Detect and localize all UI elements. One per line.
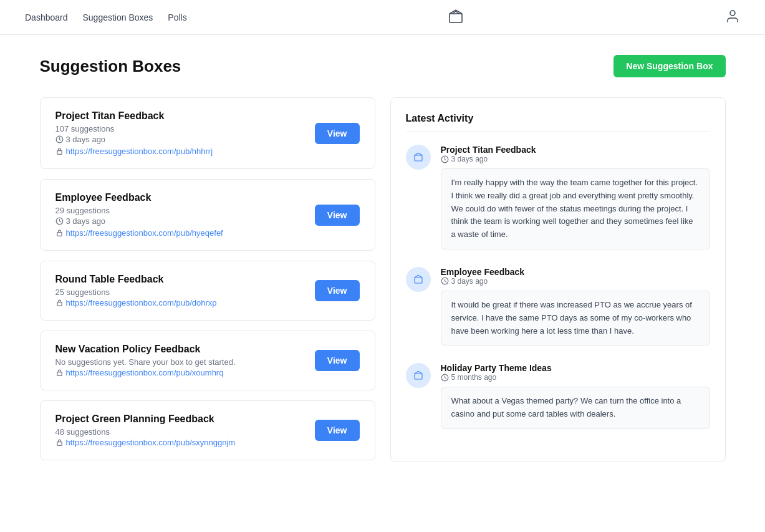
view-button-1[interactable]: View (315, 123, 360, 144)
svg-rect-9 (57, 372, 61, 376)
lock-icon-1 (55, 147, 64, 155)
svg-rect-0 (450, 14, 462, 22)
svg-rect-7 (57, 233, 61, 236)
activity-time-2: 3 days ago (441, 277, 710, 286)
svg-rect-11 (415, 155, 422, 161)
box-suggestions-2: 29 suggestions (55, 206, 223, 215)
navbar: Dashboard Suggestion Boxes Polls (0, 0, 765, 35)
activity-avatar-1 (406, 145, 431, 170)
boxes-list: Project Titan Feedback 107 suggestions 3… (40, 97, 375, 460)
activity-time-1: 3 days ago (441, 155, 710, 163)
activity-comment-2: It would be great if there was increased… (441, 291, 710, 346)
box-card-2: Employee Feedback 29 suggestions 3 days … (40, 179, 375, 251)
box-suggestions-5: 48 suggestions (55, 427, 236, 437)
box-time-2: 3 days ago (55, 216, 223, 226)
clock-icon-act-3 (441, 374, 449, 382)
activity-item-2: Employee Feedback 3 days ago It would be… (406, 267, 710, 346)
activity-item-3: Holiday Party Theme Ideas 5 months ago W… (406, 363, 710, 429)
activity-title: Latest Activity (406, 113, 710, 132)
box-avatar-icon-2 (413, 274, 424, 285)
box-time-label-2: 3 days ago (66, 216, 106, 226)
activity-avatar-3 (406, 363, 431, 388)
svg-rect-13 (415, 278, 422, 283)
box-card-3: Round Table Feedback 25 suggestions http… (40, 261, 375, 321)
svg-rect-8 (57, 302, 61, 306)
nav-suggestion-boxes[interactable]: Suggestion Boxes (83, 12, 153, 22)
activity-box-name-2: Employee Feedback (441, 267, 710, 277)
new-suggestion-box-button[interactable]: New Suggestion Box (613, 55, 725, 77)
clock-icon-1 (55, 135, 64, 143)
view-button-3[interactable]: View (315, 280, 360, 301)
clock-icon-act-1 (441, 155, 449, 163)
activity-comment-3: What about a Vegas themed party? We can … (441, 387, 710, 429)
clock-icon-2 (55, 217, 64, 225)
activity-time-label-1: 3 days ago (451, 155, 488, 163)
activity-time-label-2: 3 days ago (451, 277, 488, 286)
lock-icon-5 (55, 438, 64, 447)
box-card-info-5: Project Green Planning Feedback 48 sugge… (55, 414, 236, 447)
view-button-5[interactable]: View (315, 420, 360, 441)
box-title-4: New Vacation Policy Feedback (55, 344, 236, 355)
box-title-1: Project Titan Feedback (55, 110, 213, 122)
lock-icon-3 (55, 299, 64, 307)
activity-time-label-3: 5 months ago (451, 373, 497, 382)
svg-rect-10 (57, 442, 61, 446)
view-button-4[interactable]: View (315, 350, 360, 371)
page-header: Suggestion Boxes New Suggestion Box (40, 55, 726, 77)
box-url-3[interactable]: https://freesuggestionbox.com/pub/dohrxp (66, 298, 217, 307)
box-suggestions-3: 25 suggestions (55, 288, 217, 297)
box-url-1[interactable]: https://freesuggestionbox.com/pub/hhhrrj (66, 147, 213, 156)
activity-item-1: Project Titan Feedback 3 days ago I'm re… (406, 145, 710, 249)
activity-time-3: 5 months ago (441, 373, 710, 382)
page-container: Suggestion Boxes New Suggestion Box Proj… (15, 35, 751, 482)
activity-comment-1: I'm really happy with the way the team c… (441, 168, 710, 249)
box-title-5: Project Green Planning Feedback (55, 414, 236, 425)
lock-icon-2 (55, 229, 64, 237)
box-card-1: Project Titan Feedback 107 suggestions 3… (40, 97, 375, 169)
box-title-2: Employee Feedback (55, 192, 223, 203)
box-suggestions-1: 107 suggestions (55, 124, 213, 133)
page-title: Suggestion Boxes (40, 57, 181, 76)
activity-content-2: Employee Feedback 3 days ago It would be… (441, 267, 710, 346)
box-card-4: New Vacation Policy Feedback No suggesti… (40, 331, 375, 390)
svg-rect-5 (57, 151, 61, 155)
box-time-label-1: 3 days ago (66, 135, 106, 144)
activity-box-name-1: Project Titan Feedback (441, 145, 710, 155)
box-link-2: https://freesuggestionbox.com/pub/hyeqef… (55, 228, 223, 238)
box-card-info-3: Round Table Feedback 25 suggestions http… (55, 274, 217, 307)
box-avatar-icon-1 (413, 152, 424, 163)
box-title-3: Round Table Feedback (55, 274, 217, 285)
svg-rect-15 (415, 374, 422, 379)
nav-dashboard[interactable]: Dashboard (25, 12, 68, 22)
activity-panel: Latest Activity Project Titan Feedback (390, 97, 726, 462)
user-icon[interactable] (725, 9, 740, 26)
box-avatar-icon-3 (413, 370, 424, 381)
box-card-info-1: Project Titan Feedback 107 suggestions 3… (55, 110, 213, 156)
box-url-2[interactable]: https://freesuggestionbox.com/pub/hyeqef… (66, 228, 223, 238)
clock-icon-act-2 (441, 277, 449, 285)
nav-logo (446, 7, 466, 27)
svg-point-3 (730, 11, 735, 16)
box-card-info-4: New Vacation Policy Feedback No suggesti… (55, 344, 236, 377)
box-card-info-2: Employee Feedback 29 suggestions 3 days … (55, 192, 223, 238)
box-card-5: Project Green Planning Feedback 48 sugge… (40, 400, 375, 460)
activity-content-1: Project Titan Feedback 3 days ago I'm re… (441, 145, 710, 249)
nav-links: Dashboard Suggestion Boxes Polls (25, 12, 187, 22)
main-grid: Project Titan Feedback 107 suggestions 3… (40, 97, 726, 462)
box-time-1: 3 days ago (55, 135, 213, 144)
view-button-2[interactable]: View (315, 205, 360, 226)
activity-box-name-3: Holiday Party Theme Ideas (441, 363, 710, 373)
lock-icon-4 (55, 369, 64, 377)
activity-content-3: Holiday Party Theme Ideas 5 months ago W… (441, 363, 710, 429)
nav-polls[interactable]: Polls (168, 12, 186, 22)
box-url-4[interactable]: https://freesuggestionbox.com/pub/xoumhr… (66, 368, 224, 377)
box-url-5[interactable]: https://freesuggestionbox.com/pub/sxynng… (66, 438, 236, 447)
box-link-5: https://freesuggestionbox.com/pub/sxynng… (55, 438, 236, 447)
box-link-1: https://freesuggestionbox.com/pub/hhhrrj (55, 147, 213, 156)
box-link-3: https://freesuggestionbox.com/pub/dohrxp (55, 298, 217, 307)
box-link-4: https://freesuggestionbox.com/pub/xoumhr… (55, 368, 236, 377)
activity-avatar-2 (406, 267, 431, 292)
box-suggestions-4: No suggestions yet. Share your box to ge… (55, 357, 236, 367)
